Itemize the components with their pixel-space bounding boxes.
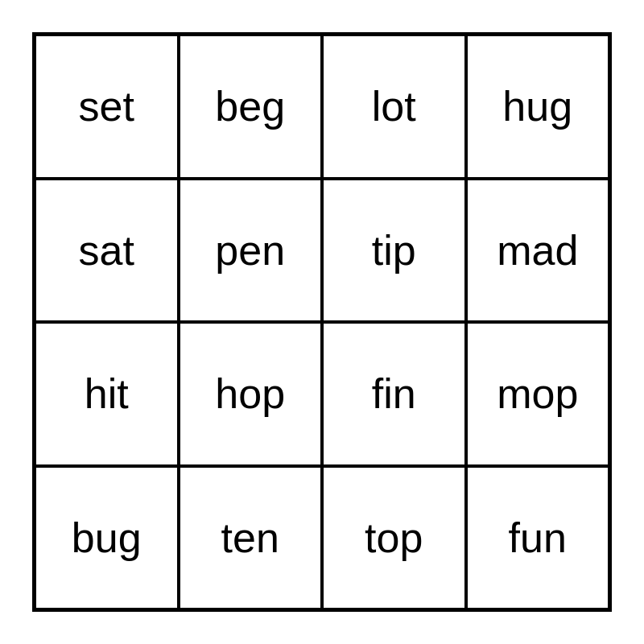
grid-cell-r0c1: beg <box>179 35 323 179</box>
grid-cell-r2c2: fin <box>322 322 466 466</box>
grid-cell-r0c0: set <box>35 35 179 179</box>
grid-cell-r2c3: mop <box>466 322 610 466</box>
grid-cell-r1c3: mad <box>466 179 610 323</box>
grid-cell-r1c0: sat <box>35 179 179 323</box>
grid-cell-r3c3: fun <box>466 466 610 610</box>
grid-cell-r3c0: bug <box>35 466 179 610</box>
grid-cell-r3c1: ten <box>179 466 323 610</box>
word-grid: setbeglothugsatpentipmadhithopfinmopbugt… <box>32 32 612 612</box>
grid-cell-r0c2: lot <box>322 35 466 179</box>
grid-cell-r2c0: hit <box>35 322 179 466</box>
grid-cell-r1c2: tip <box>322 179 466 323</box>
grid-cell-r0c3: hug <box>466 35 610 179</box>
grid-cell-r2c1: hop <box>179 322 323 466</box>
grid-cell-r1c1: pen <box>179 179 323 323</box>
grid-cell-r3c2: top <box>322 466 466 610</box>
